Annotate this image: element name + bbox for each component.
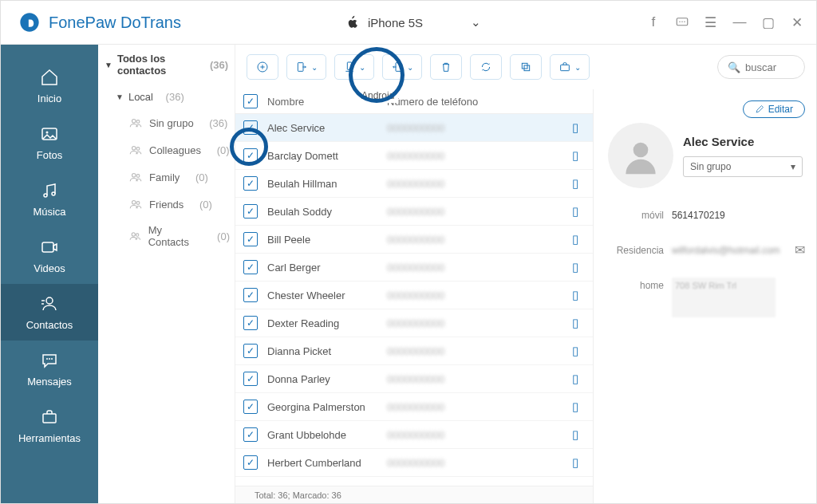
- svg-point-2: [681, 22, 683, 23]
- contact-row[interactable]: ✓Herbert Cumberland0000000000▯: [235, 449, 593, 477]
- contact-row[interactable]: ✓Alec Service0000000000▯: [235, 114, 593, 142]
- maximize-icon[interactable]: ▢: [760, 14, 776, 30]
- contact-row[interactable]: ✓Donna Parley0000000000▯: [235, 365, 593, 393]
- sidebar-item-herramientas[interactable]: Herramientas: [1, 397, 98, 454]
- row-checkbox[interactable]: ✓: [243, 427, 258, 442]
- svg-point-5: [46, 132, 49, 134]
- group-icon: [128, 116, 143, 130]
- group-select[interactable]: Sin grupo ▾: [683, 156, 803, 177]
- chevron-down-icon: ▾: [791, 161, 795, 172]
- phone-device-icon: ▯: [572, 316, 578, 330]
- row-phone: 0000000000: [387, 373, 572, 385]
- row-checkbox[interactable]: ✓: [243, 176, 258, 191]
- sidebar-item-contactos[interactable]: Contactos: [1, 284, 98, 341]
- row-checkbox[interactable]: ✓: [243, 260, 258, 274]
- row-name: Alec Service: [267, 122, 387, 134]
- edit-button[interactable]: Editar: [743, 100, 805, 118]
- feedback-icon[interactable]: [674, 14, 690, 30]
- contact-row[interactable]: ✓Beulah Hillman0000000000▯: [235, 170, 593, 198]
- backup-button[interactable]: ⌄: [550, 54, 590, 80]
- row-phone: 0000000000: [387, 178, 572, 190]
- group-select-value: Sin grupo: [690, 161, 731, 172]
- search-input[interactable]: [745, 61, 796, 73]
- row-name: Dexter Reading: [267, 317, 387, 329]
- chevron-down-icon: ⌄: [574, 63, 581, 72]
- field-label-home: home: [608, 278, 664, 293]
- import-button[interactable]: ⌄: [286, 54, 326, 80]
- row-name: Dianna Picket: [267, 345, 387, 357]
- refresh-button[interactable]: [470, 54, 502, 80]
- toolbox-icon: [39, 407, 60, 427]
- row-phone: 0000000000: [387, 429, 572, 441]
- contact-row[interactable]: ✓Beulah Soddy0000000000▯: [235, 198, 593, 226]
- row-checkbox[interactable]: ✓: [243, 316, 258, 330]
- sidebar-item-mensajes[interactable]: Mensajes: [1, 341, 98, 397]
- svg-point-16: [132, 120, 136, 124]
- tree-group[interactable]: Friends (0): [98, 191, 235, 218]
- row-phone: 0000000000: [387, 457, 572, 469]
- svg-point-20: [132, 174, 136, 178]
- row-checkbox[interactable]: ✓: [243, 372, 258, 386]
- svg-point-18: [132, 147, 136, 151]
- contact-row[interactable]: ✓Barclay Domett0000000000▯: [235, 142, 593, 170]
- tree-group[interactable]: Sin grupo (36): [98, 109, 235, 136]
- add-button[interactable]: [247, 54, 278, 80]
- device-selector[interactable]: iPhone 5S ⌄: [345, 15, 481, 30]
- row-checkbox[interactable]: ✓: [243, 400, 258, 414]
- contact-row[interactable]: ✓Bill Peele0000000000▯: [235, 226, 593, 254]
- row-checkbox[interactable]: ✓: [243, 344, 258, 358]
- svg-rect-33: [561, 65, 570, 70]
- row-checkbox[interactable]: ✓: [243, 232, 258, 246]
- tree-group[interactable]: Colleagues (0): [98, 136, 235, 163]
- contact-row[interactable]: ✓Dexter Reading0000000000▯: [235, 309, 593, 337]
- row-phone: 0000000000: [387, 345, 572, 357]
- app-title: FonePaw DoTrans: [49, 14, 181, 32]
- phone-device-icon: ▯: [572, 232, 578, 246]
- facebook-icon[interactable]: f: [645, 14, 661, 30]
- row-checkbox[interactable]: ✓: [243, 148, 258, 163]
- row-name: Beulah Hillman: [267, 178, 387, 190]
- row-checkbox[interactable]: ✓: [243, 204, 258, 219]
- contact-row[interactable]: ✓Chester Wheeler0000000000▯: [235, 282, 593, 309]
- sidebar-item-fotos[interactable]: Fotos: [1, 114, 98, 171]
- contact-row[interactable]: ✓Georgina Palmerston0000000000▯: [235, 393, 593, 421]
- sidebar-item-videos[interactable]: Videos: [1, 227, 98, 284]
- close-icon[interactable]: ✕: [789, 14, 805, 30]
- dedup-button[interactable]: [510, 54, 542, 80]
- sidebar-item-label: Música: [33, 206, 65, 218]
- sidebar-item-label: Fotos: [37, 149, 63, 161]
- contact-detail: Editar Alec Service Sin grupo ▾: [593, 89, 816, 503]
- contact-row[interactable]: ✓Grant Ubbelohde0000000000▯: [235, 421, 593, 449]
- svg-rect-30: [396, 63, 401, 72]
- mail-icon[interactable]: ✉: [795, 242, 805, 258]
- tree-local[interactable]: ▼ Local (36): [98, 85, 235, 109]
- field-label-mobile: móvil: [608, 207, 664, 223]
- select-all-checkbox[interactable]: ✓: [243, 94, 258, 108]
- export-button[interactable]: ⌄: [382, 54, 422, 80]
- delete-button[interactable]: [430, 54, 462, 80]
- contact-row[interactable]: ✓Carl Berger0000000000▯: [235, 254, 593, 282]
- row-phone: 0000000000: [387, 317, 572, 329]
- search-box[interactable]: 🔍: [717, 55, 805, 79]
- sidebar-item-label: Inicio: [37, 93, 61, 104]
- row-phone: 0000000000: [387, 234, 572, 246]
- transfer-device-button[interactable]: ⌄: [334, 54, 374, 80]
- minimize-icon[interactable]: —: [732, 14, 748, 30]
- row-checkbox[interactable]: ✓: [243, 120, 258, 135]
- tree-group[interactable]: Family (0): [98, 163, 235, 191]
- svg-point-23: [136, 202, 140, 205]
- svg-point-24: [132, 233, 135, 236]
- column-phone[interactable]: Número de teléfono: [387, 96, 585, 108]
- sidebar-item-musica[interactable]: Música: [1, 171, 98, 227]
- tree-all-contacts[interactable]: ▼ Todos los contactos (36): [98, 45, 235, 85]
- tree-group-count: (0): [217, 144, 230, 156]
- svg-point-14: [51, 358, 53, 360]
- apple-icon: [345, 15, 360, 30]
- contact-row[interactable]: ✓Dianna Picket0000000000▯: [235, 337, 593, 365]
- row-checkbox[interactable]: ✓: [243, 288, 258, 302]
- row-checkbox[interactable]: ✓: [243, 455, 258, 470]
- tree-group[interactable]: My Contacts (0): [98, 218, 235, 254]
- music-icon: [39, 180, 60, 201]
- sidebar-item-inicio[interactable]: Inicio: [1, 57, 98, 114]
- menu-icon[interactable]: ☰: [703, 14, 719, 30]
